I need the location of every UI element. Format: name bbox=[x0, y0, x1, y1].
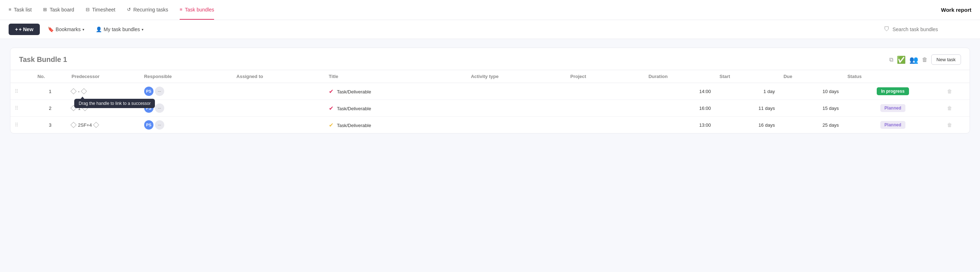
new-button[interactable]: + + New bbox=[9, 24, 40, 35]
toolbar: + + New 🔖 Bookmarks ▾ 👤 My task bundles … bbox=[0, 20, 980, 39]
row1-project bbox=[566, 83, 644, 100]
row3-predecessor: 2SF+4 bbox=[67, 117, 140, 133]
my-task-bundles-button[interactable]: 👤 My task bundles ▾ bbox=[92, 24, 147, 34]
row1-due: 10 days bbox=[779, 83, 843, 100]
row1-predecessor: - Drag the handle to link to a successor bbox=[67, 83, 140, 100]
col-predecessor-header: Predecessor bbox=[67, 70, 140, 83]
search-wrap: ⛉ bbox=[884, 26, 971, 33]
row1-title: ✔ Task/Deliverable bbox=[325, 83, 466, 100]
row2-title: ✔ Task/Deliverable bbox=[325, 100, 466, 117]
avatar-ps: PS bbox=[144, 87, 153, 96]
col-project-header: Project bbox=[566, 70, 644, 83]
task-table-body: ⠿ 1 - Drag the handle to link to a succe… bbox=[10, 83, 970, 133]
more-badge3[interactable]: ··· bbox=[155, 120, 164, 130]
row3-responsible: PS ··· bbox=[140, 117, 232, 133]
row2-delete: 🗑 bbox=[943, 100, 970, 117]
diamond-left3-icon bbox=[71, 122, 77, 128]
new-task-button[interactable]: New task bbox=[931, 54, 961, 65]
row3-duration: 13:00 bbox=[644, 117, 715, 133]
task-board-icon: ⊞ bbox=[43, 7, 47, 12]
row1-no: 1 bbox=[33, 83, 67, 100]
diamond-right2-icon bbox=[82, 105, 88, 111]
nav-task-board[interactable]: ⊞ Task board bbox=[43, 0, 74, 20]
drag-handle[interactable]: ⠿ bbox=[15, 89, 18, 94]
status-badge3: Planned bbox=[880, 121, 906, 129]
row2-responsible: PS ··· bbox=[140, 100, 232, 117]
check-icon: ✔ bbox=[329, 89, 334, 95]
col-assigned-header: Assigned to bbox=[232, 70, 325, 83]
row2-activity bbox=[466, 100, 566, 117]
filter-icon: ⛉ bbox=[884, 26, 889, 33]
row3-delete: 🗑 bbox=[943, 117, 970, 133]
plus-icon: + bbox=[15, 27, 18, 32]
row3-assigned bbox=[232, 117, 325, 133]
col-status-header: Status bbox=[843, 70, 942, 83]
row3-activity bbox=[466, 117, 566, 133]
nav-task-list[interactable]: ≡ Task list bbox=[9, 0, 32, 20]
nav-timesheet-label: Timesheet bbox=[92, 7, 116, 13]
nav-recurring-tasks[interactable]: ↺ Recurring tasks bbox=[127, 0, 168, 20]
col-start-header: Start bbox=[715, 70, 779, 83]
nav-recurring-label: Recurring tasks bbox=[134, 7, 168, 13]
copy-icon[interactable]: ⧉ bbox=[889, 57, 893, 63]
delete-bundle-icon[interactable]: 🗑 bbox=[922, 57, 928, 63]
search-input[interactable] bbox=[892, 27, 971, 32]
row3-status: Planned bbox=[843, 117, 942, 133]
col-activity-header: Activity type bbox=[466, 70, 566, 83]
top-nav: ≡ Task list ⊞ Task board ⊟ Timesheet ↺ R… bbox=[0, 0, 980, 20]
team-icon[interactable]: 👥 bbox=[909, 55, 918, 64]
chevron-down-icon2: ▾ bbox=[142, 28, 143, 32]
nav-task-bundles[interactable]: ≡ Task bundles bbox=[180, 0, 214, 20]
main-content: Task Bundle 1 ⧉ ✅ 👥 🗑 New task No. Prede… bbox=[0, 39, 980, 151]
more-badge[interactable]: ··· bbox=[155, 87, 164, 96]
row2-no: 2 bbox=[33, 100, 67, 117]
row1-responsible: PS ··· bbox=[140, 83, 232, 100]
delete-row1-icon[interactable]: 🗑 bbox=[947, 89, 952, 94]
row1-assigned bbox=[232, 83, 325, 100]
drag-handle3[interactable]: ⠿ bbox=[15, 122, 18, 128]
person-icon: 👤 bbox=[96, 27, 102, 32]
task-list-icon: ≡ bbox=[9, 7, 11, 12]
avatar-ps3: PS bbox=[144, 120, 153, 130]
bookmarks-button[interactable]: 🔖 Bookmarks ▾ bbox=[44, 24, 88, 34]
row3-project bbox=[566, 117, 644, 133]
more-badge2[interactable]: ··· bbox=[155, 103, 164, 113]
nav-left: ≡ Task list ⊞ Task board ⊟ Timesheet ↺ R… bbox=[9, 0, 214, 20]
row2-predecessor: 1 bbox=[67, 100, 140, 117]
row2-project bbox=[566, 100, 644, 117]
row2-duration: 16:00 bbox=[644, 100, 715, 117]
chevron-down-icon: ▾ bbox=[83, 28, 84, 32]
bundle-actions: ⧉ ✅ 👥 🗑 New task bbox=[889, 54, 961, 65]
row3-due: 25 days bbox=[779, 117, 843, 133]
status-badge2: Planned bbox=[880, 104, 906, 112]
row1-start: 1 day bbox=[715, 83, 779, 100]
status-badge: In progress bbox=[877, 87, 908, 95]
bundle-title: Task Bundle 1 bbox=[19, 55, 67, 64]
avatar-ps2: PS bbox=[144, 103, 153, 113]
row2-start: 11 days bbox=[715, 100, 779, 117]
table-row: ⠿ 2 1 PS bbox=[10, 100, 970, 117]
row1-status: In progress bbox=[843, 83, 942, 100]
diamond-right-icon bbox=[81, 89, 87, 95]
check2-icon: ✔ bbox=[329, 105, 334, 111]
bundle-header: Task Bundle 1 ⧉ ✅ 👥 🗑 New task bbox=[10, 48, 970, 70]
row2-due: 15 days bbox=[779, 100, 843, 117]
bookmark-icon: 🔖 bbox=[48, 27, 54, 32]
tooltip-container: - Drag the handle to link to a successor bbox=[78, 89, 79, 94]
row1-duration: 14:00 bbox=[644, 83, 715, 100]
nav-timesheet[interactable]: ⊟ Timesheet bbox=[86, 0, 116, 20]
row2-assigned bbox=[232, 100, 325, 117]
delete-row3-icon[interactable]: 🗑 bbox=[947, 122, 952, 128]
col-title-header: Title bbox=[325, 70, 466, 83]
recurring-icon: ↺ bbox=[127, 7, 131, 12]
table-header: No. Predecessor Responsible Assigned to … bbox=[10, 70, 970, 83]
table-row: ⠿ 3 2SF+4 bbox=[10, 117, 970, 133]
drag-handle[interactable]: ⠿ bbox=[15, 105, 18, 111]
task-table: No. Predecessor Responsible Assigned to … bbox=[10, 70, 970, 133]
check-circle-icon[interactable]: ✅ bbox=[897, 55, 906, 64]
col-no-header: No. bbox=[33, 70, 67, 83]
col-duration-header: Duration bbox=[644, 70, 715, 83]
work-report-link[interactable]: Work report bbox=[941, 7, 971, 13]
bundle-section: Task Bundle 1 ⧉ ✅ 👥 🗑 New task No. Prede… bbox=[10, 47, 970, 133]
delete-row2-icon[interactable]: 🗑 bbox=[947, 105, 952, 111]
